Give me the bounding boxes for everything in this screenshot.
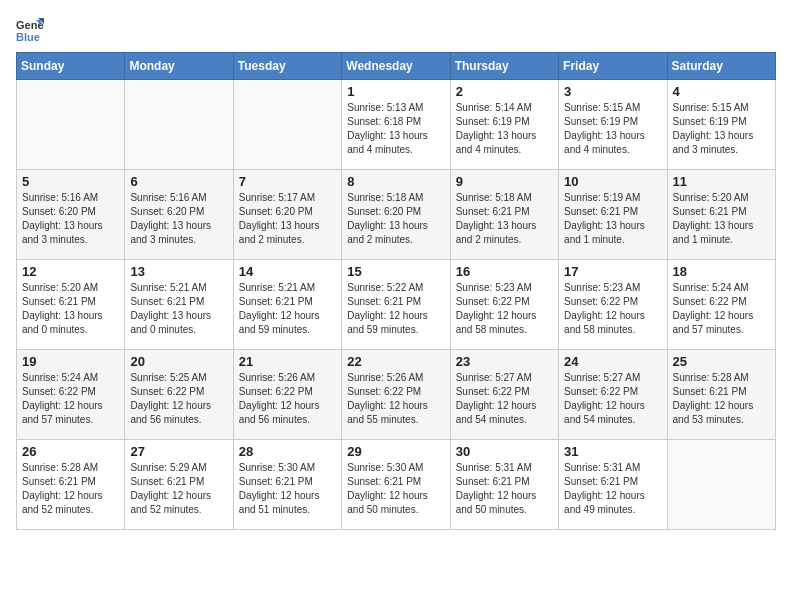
- calendar-cell: 19Sunrise: 5:24 AM Sunset: 6:22 PM Dayli…: [17, 350, 125, 440]
- day-detail: Sunrise: 5:14 AM Sunset: 6:19 PM Dayligh…: [456, 101, 553, 157]
- day-number: 1: [347, 84, 444, 99]
- day-number: 12: [22, 264, 119, 279]
- day-detail: Sunrise: 5:27 AM Sunset: 6:22 PM Dayligh…: [564, 371, 661, 427]
- calendar-cell: [17, 80, 125, 170]
- day-number: 20: [130, 354, 227, 369]
- day-number: 4: [673, 84, 770, 99]
- calendar-cell: 2Sunrise: 5:14 AM Sunset: 6:19 PM Daylig…: [450, 80, 558, 170]
- calendar-week-row: 12Sunrise: 5:20 AM Sunset: 6:21 PM Dayli…: [17, 260, 776, 350]
- calendar-cell: 11Sunrise: 5:20 AM Sunset: 6:21 PM Dayli…: [667, 170, 775, 260]
- day-number: 24: [564, 354, 661, 369]
- calendar-table: SundayMondayTuesdayWednesdayThursdayFrid…: [16, 52, 776, 530]
- day-number: 21: [239, 354, 336, 369]
- calendar-cell: 14Sunrise: 5:21 AM Sunset: 6:21 PM Dayli…: [233, 260, 341, 350]
- calendar-cell: [125, 80, 233, 170]
- calendar-cell: 6Sunrise: 5:16 AM Sunset: 6:20 PM Daylig…: [125, 170, 233, 260]
- weekday-header-wednesday: Wednesday: [342, 53, 450, 80]
- day-number: 29: [347, 444, 444, 459]
- day-detail: Sunrise: 5:28 AM Sunset: 6:21 PM Dayligh…: [673, 371, 770, 427]
- day-number: 2: [456, 84, 553, 99]
- day-detail: Sunrise: 5:16 AM Sunset: 6:20 PM Dayligh…: [22, 191, 119, 247]
- day-detail: Sunrise: 5:30 AM Sunset: 6:21 PM Dayligh…: [347, 461, 444, 517]
- calendar-cell: 5Sunrise: 5:16 AM Sunset: 6:20 PM Daylig…: [17, 170, 125, 260]
- day-number: 27: [130, 444, 227, 459]
- day-number: 23: [456, 354, 553, 369]
- calendar-cell: 28Sunrise: 5:30 AM Sunset: 6:21 PM Dayli…: [233, 440, 341, 530]
- calendar-cell: 17Sunrise: 5:23 AM Sunset: 6:22 PM Dayli…: [559, 260, 667, 350]
- day-detail: Sunrise: 5:17 AM Sunset: 6:20 PM Dayligh…: [239, 191, 336, 247]
- calendar-week-row: 26Sunrise: 5:28 AM Sunset: 6:21 PM Dayli…: [17, 440, 776, 530]
- weekday-header-friday: Friday: [559, 53, 667, 80]
- day-number: 26: [22, 444, 119, 459]
- calendar-cell: 7Sunrise: 5:17 AM Sunset: 6:20 PM Daylig…: [233, 170, 341, 260]
- day-detail: Sunrise: 5:24 AM Sunset: 6:22 PM Dayligh…: [22, 371, 119, 427]
- calendar-cell: 24Sunrise: 5:27 AM Sunset: 6:22 PM Dayli…: [559, 350, 667, 440]
- day-number: 17: [564, 264, 661, 279]
- day-number: 30: [456, 444, 553, 459]
- day-detail: Sunrise: 5:30 AM Sunset: 6:21 PM Dayligh…: [239, 461, 336, 517]
- calendar-cell: 15Sunrise: 5:22 AM Sunset: 6:21 PM Dayli…: [342, 260, 450, 350]
- calendar-cell: [667, 440, 775, 530]
- logo-icon: General Blue: [16, 16, 44, 44]
- calendar-cell: 25Sunrise: 5:28 AM Sunset: 6:21 PM Dayli…: [667, 350, 775, 440]
- calendar-cell: 30Sunrise: 5:31 AM Sunset: 6:21 PM Dayli…: [450, 440, 558, 530]
- day-number: 6: [130, 174, 227, 189]
- calendar-cell: 1Sunrise: 5:13 AM Sunset: 6:18 PM Daylig…: [342, 80, 450, 170]
- day-number: 22: [347, 354, 444, 369]
- day-detail: Sunrise: 5:18 AM Sunset: 6:20 PM Dayligh…: [347, 191, 444, 247]
- day-detail: Sunrise: 5:26 AM Sunset: 6:22 PM Dayligh…: [347, 371, 444, 427]
- calendar-cell: 3Sunrise: 5:15 AM Sunset: 6:19 PM Daylig…: [559, 80, 667, 170]
- day-detail: Sunrise: 5:18 AM Sunset: 6:21 PM Dayligh…: [456, 191, 553, 247]
- calendar-cell: 29Sunrise: 5:30 AM Sunset: 6:21 PM Dayli…: [342, 440, 450, 530]
- day-detail: Sunrise: 5:16 AM Sunset: 6:20 PM Dayligh…: [130, 191, 227, 247]
- day-number: 5: [22, 174, 119, 189]
- logo: General Blue: [16, 16, 48, 44]
- day-detail: Sunrise: 5:31 AM Sunset: 6:21 PM Dayligh…: [456, 461, 553, 517]
- calendar-week-row: 1Sunrise: 5:13 AM Sunset: 6:18 PM Daylig…: [17, 80, 776, 170]
- weekday-header-tuesday: Tuesday: [233, 53, 341, 80]
- day-detail: Sunrise: 5:28 AM Sunset: 6:21 PM Dayligh…: [22, 461, 119, 517]
- calendar-cell: 26Sunrise: 5:28 AM Sunset: 6:21 PM Dayli…: [17, 440, 125, 530]
- calendar-week-row: 5Sunrise: 5:16 AM Sunset: 6:20 PM Daylig…: [17, 170, 776, 260]
- day-detail: Sunrise: 5:24 AM Sunset: 6:22 PM Dayligh…: [673, 281, 770, 337]
- calendar-cell: 21Sunrise: 5:26 AM Sunset: 6:22 PM Dayli…: [233, 350, 341, 440]
- day-detail: Sunrise: 5:15 AM Sunset: 6:19 PM Dayligh…: [564, 101, 661, 157]
- day-detail: Sunrise: 5:22 AM Sunset: 6:21 PM Dayligh…: [347, 281, 444, 337]
- day-detail: Sunrise: 5:15 AM Sunset: 6:19 PM Dayligh…: [673, 101, 770, 157]
- day-number: 16: [456, 264, 553, 279]
- calendar-cell: 31Sunrise: 5:31 AM Sunset: 6:21 PM Dayli…: [559, 440, 667, 530]
- calendar-cell: 23Sunrise: 5:27 AM Sunset: 6:22 PM Dayli…: [450, 350, 558, 440]
- calendar-cell: 12Sunrise: 5:20 AM Sunset: 6:21 PM Dayli…: [17, 260, 125, 350]
- day-detail: Sunrise: 5:20 AM Sunset: 6:21 PM Dayligh…: [673, 191, 770, 247]
- page-header: General Blue: [16, 16, 776, 44]
- weekday-header-row: SundayMondayTuesdayWednesdayThursdayFrid…: [17, 53, 776, 80]
- day-detail: Sunrise: 5:29 AM Sunset: 6:21 PM Dayligh…: [130, 461, 227, 517]
- day-detail: Sunrise: 5:27 AM Sunset: 6:22 PM Dayligh…: [456, 371, 553, 427]
- calendar-cell: 22Sunrise: 5:26 AM Sunset: 6:22 PM Dayli…: [342, 350, 450, 440]
- calendar-week-row: 19Sunrise: 5:24 AM Sunset: 6:22 PM Dayli…: [17, 350, 776, 440]
- day-detail: Sunrise: 5:26 AM Sunset: 6:22 PM Dayligh…: [239, 371, 336, 427]
- day-detail: Sunrise: 5:23 AM Sunset: 6:22 PM Dayligh…: [564, 281, 661, 337]
- day-number: 11: [673, 174, 770, 189]
- day-number: 3: [564, 84, 661, 99]
- calendar-cell: 16Sunrise: 5:23 AM Sunset: 6:22 PM Dayli…: [450, 260, 558, 350]
- day-number: 18: [673, 264, 770, 279]
- calendar-cell: 9Sunrise: 5:18 AM Sunset: 6:21 PM Daylig…: [450, 170, 558, 260]
- day-number: 13: [130, 264, 227, 279]
- day-number: 28: [239, 444, 336, 459]
- weekday-header-thursday: Thursday: [450, 53, 558, 80]
- weekday-header-saturday: Saturday: [667, 53, 775, 80]
- calendar-cell: 18Sunrise: 5:24 AM Sunset: 6:22 PM Dayli…: [667, 260, 775, 350]
- calendar-cell: 20Sunrise: 5:25 AM Sunset: 6:22 PM Dayli…: [125, 350, 233, 440]
- day-detail: Sunrise: 5:25 AM Sunset: 6:22 PM Dayligh…: [130, 371, 227, 427]
- day-number: 31: [564, 444, 661, 459]
- day-detail: Sunrise: 5:31 AM Sunset: 6:21 PM Dayligh…: [564, 461, 661, 517]
- day-detail: Sunrise: 5:19 AM Sunset: 6:21 PM Dayligh…: [564, 191, 661, 247]
- day-detail: Sunrise: 5:21 AM Sunset: 6:21 PM Dayligh…: [130, 281, 227, 337]
- day-number: 7: [239, 174, 336, 189]
- day-detail: Sunrise: 5:23 AM Sunset: 6:22 PM Dayligh…: [456, 281, 553, 337]
- calendar-cell: 10Sunrise: 5:19 AM Sunset: 6:21 PM Dayli…: [559, 170, 667, 260]
- day-number: 10: [564, 174, 661, 189]
- day-number: 8: [347, 174, 444, 189]
- calendar-cell: 13Sunrise: 5:21 AM Sunset: 6:21 PM Dayli…: [125, 260, 233, 350]
